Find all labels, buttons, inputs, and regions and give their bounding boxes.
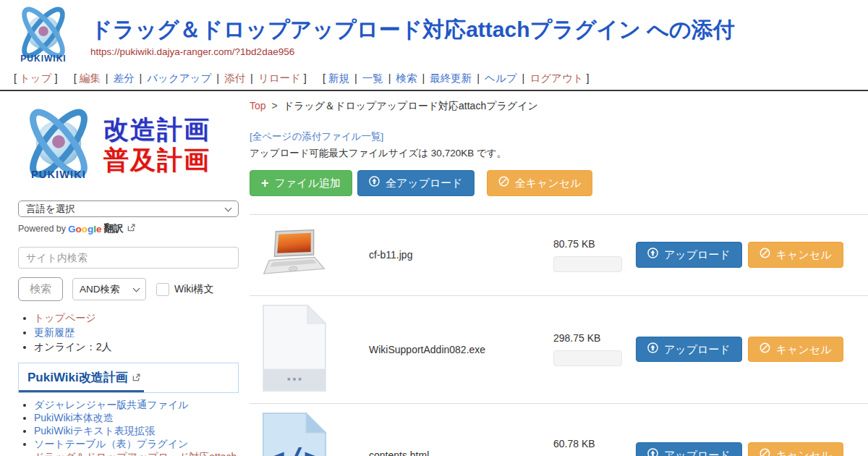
upload-circle-icon [647, 342, 658, 357]
file-size: 298.75 KB [553, 332, 622, 344]
breadcrumb-home-link[interactable]: Top [250, 100, 266, 111]
bracket: ] [55, 72, 58, 84]
pukiwiki-atom-icon: PUKIWIKI [18, 103, 99, 187]
upload-file-list: cf-b11.jpg 80.75 KB アップロード キャンセル [250, 214, 868, 456]
laptop-photo-thumbnail [260, 225, 329, 284]
max-upload-size-text: アップロード可能最大ファイルサイズは 30,720KB です。 [250, 147, 868, 160]
search-button[interactable]: 検索 [18, 277, 63, 301]
external-link-icon [132, 371, 140, 384]
list-item: ダジャレンジャー版共通ファイル [34, 400, 244, 411]
header: PUKIWIKI ドラッグ＆ドロップアップロード対応attachプラグイン への… [0, 0, 868, 70]
nav-link-recent[interactable]: 最終更新 [430, 72, 472, 84]
top-navbar: [トップ] [編集|差分|バックアップ|添付|リロード] [新規|一覧|検索|最… [0, 70, 868, 91]
upload-button[interactable]: アップロード [636, 337, 742, 363]
title-block: ドラッグ＆ドロップアップロード対応attachプラグイン への添付 https:… [0, 0, 868, 58]
wiki-syntax-checkbox[interactable] [156, 283, 169, 296]
upload-all-button[interactable]: 全アップロード [357, 170, 475, 196]
sidebar-link-update-history[interactable]: 更新履歴 [34, 326, 75, 338]
slogan-line1: 改造計画 [103, 114, 210, 145]
nav-link-help[interactable]: ヘルプ [485, 72, 517, 84]
sidebar-link-text-ext[interactable]: PukiWikiテキスト表現拡張 [34, 425, 155, 436]
row-buttons: アップロード キャンセル [636, 337, 843, 363]
main-content: Top>ドラッグ＆ドロップアップロード対応attachプラグイン [全ページの添… [239, 91, 868, 456]
language-select-value: 言語を選択 [26, 203, 75, 216]
file-size: 60.78 KB [553, 438, 622, 449]
nav-link-attach[interactable]: 添付 [224, 72, 245, 84]
sidebar-link-dnd-attach[interactable]: ドラッグ＆ドロップアップロード対応attachプラグイン [34, 451, 237, 456]
cancel-label: キャンセル [776, 248, 832, 262]
upload-button[interactable]: アップロード [636, 242, 742, 268]
logo-slogan: 改造計画 普及計画 [103, 114, 210, 175]
generic-file-icon [261, 303, 328, 396]
cancel-all-label: 全キャンセル [515, 176, 582, 190]
cancel-button[interactable]: キャンセル [748, 242, 843, 268]
file-row: WikiSupportAddin082.exe 298.75 KB アップロード… [250, 295, 868, 403]
nav-group-page: [編集|差分|バックアップ|添付|リロード] [71, 72, 310, 84]
language-select[interactable]: 言語を選択 [18, 200, 239, 217]
list-item: PukiWiki本体改造 [34, 413, 244, 424]
nav-link-backup[interactable]: バックアップ [147, 72, 211, 84]
upload-label: アップロード [664, 448, 731, 456]
separator: | [106, 72, 109, 84]
nav-link-reload[interactable]: リロード [258, 72, 301, 84]
page-title: ドラッグ＆ドロップアップロード対応attachプラグイン への添付 [90, 17, 868, 43]
sidebar-link-common-files[interactable]: ダジャレンジャー版共通ファイル [34, 399, 189, 410]
add-files-button[interactable]: + ファイル追加 [250, 170, 352, 196]
breadcrumb-current: ドラッグ＆ドロップアップロード対応attachプラグイン [284, 100, 538, 111]
progress-bar [553, 256, 622, 272]
list-item: ソートテーブル（表）プラグイン [34, 439, 244, 450]
nav-link-search[interactable]: 検索 [396, 72, 417, 84]
section-title: PukiWiki改造計画 [27, 371, 128, 384]
sidebar-quick-links: トップページ 更新履歴 オンライン：2人 [34, 312, 239, 353]
ban-circle-icon [760, 248, 770, 262]
file-size: 80.75 KB [553, 238, 622, 250]
sidebar-plugin-links: ダジャレンジャー版共通ファイル PukiWiki本体改造 PukiWikiテキス… [34, 400, 244, 456]
site-logo[interactable]: PUKIWIKI [10, 3, 77, 69]
sidebar-link-core-mod[interactable]: PukiWiki本体改造 [34, 412, 114, 423]
pukiwiki-attach-page: PUKIWIKI ドラッグ＆ドロップアップロード対応attachプラグイン への… [0, 0, 868, 456]
separator: | [354, 72, 357, 84]
file-meta: 60.78 KB [553, 438, 622, 456]
nav-link-new[interactable]: 新規 [328, 72, 349, 84]
cancel-button[interactable]: キャンセル [748, 442, 843, 456]
file-row: cf-b11.jpg 80.75 KB アップロード キャンセル [250, 214, 868, 295]
upload-circle-icon [647, 248, 658, 262]
file-name: WikiSupportAddin082.exe [369, 344, 553, 355]
nav-link-top[interactable]: トップ [20, 72, 52, 84]
nav-link-logout[interactable]: ログアウト [529, 72, 583, 84]
sidebar-section-header[interactable]: PukiWiki改造計画 [18, 363, 239, 393]
file-thumbnail [258, 303, 331, 396]
nav-link-edit[interactable]: 編集 [80, 72, 101, 84]
cancel-all-button[interactable]: 全キャンセル [487, 170, 593, 196]
nav-link-diff[interactable]: 差分 [113, 72, 134, 84]
ban-circle-icon [760, 342, 770, 357]
sidebar-link-sort-table[interactable]: ソートテーブル（表）プラグイン [34, 438, 188, 449]
separator: | [139, 72, 142, 84]
svg-text:PUKIWIKI: PUKIWIKI [31, 169, 86, 180]
file-row: </> contents.html 60.78 KB アップロード [250, 403, 868, 456]
external-link-icon [127, 224, 135, 234]
all-pages-attach-list-link[interactable]: [全ページの添付ファイル一覧] [250, 130, 383, 143]
upload-all-label: 全アップロード [386, 176, 463, 190]
upload-button[interactable]: アップロード [636, 442, 742, 456]
list-item: PukiWikiテキスト表現拡張 [34, 426, 244, 437]
upload-circle-icon [369, 176, 380, 190]
nav-link-list[interactable]: 一覧 [362, 72, 383, 84]
sidebar-logo[interactable]: PUKIWIKI 改造計画 普及計画 [18, 100, 239, 190]
search-input[interactable] [18, 247, 239, 269]
search-mode-select[interactable]: AND検索 [72, 278, 146, 300]
google-logo-text: Google [68, 224, 102, 235]
nav-group-site: [新規|一覧|検索|最終更新|ヘルプ|ログアウト] [320, 72, 592, 84]
row-buttons: アップロード キャンセル [636, 442, 843, 456]
chevron-down-icon [225, 204, 232, 211]
file-meta: 298.75 KB [553, 332, 622, 366]
ban-circle-icon [498, 176, 509, 190]
sidebar-link-top-page[interactable]: トップページ [34, 312, 96, 324]
ban-circle-icon [760, 448, 770, 456]
wiki-syntax-label: Wiki構文 [174, 283, 213, 296]
page-url-link[interactable]: https://pukiwiki.dajya-ranger.com/?1bd2d… [90, 46, 294, 57]
cancel-label: キャンセル [776, 448, 832, 456]
cancel-button[interactable]: キャンセル [748, 337, 843, 363]
file-thumbnail [258, 225, 331, 284]
bracket: [ [74, 72, 77, 84]
